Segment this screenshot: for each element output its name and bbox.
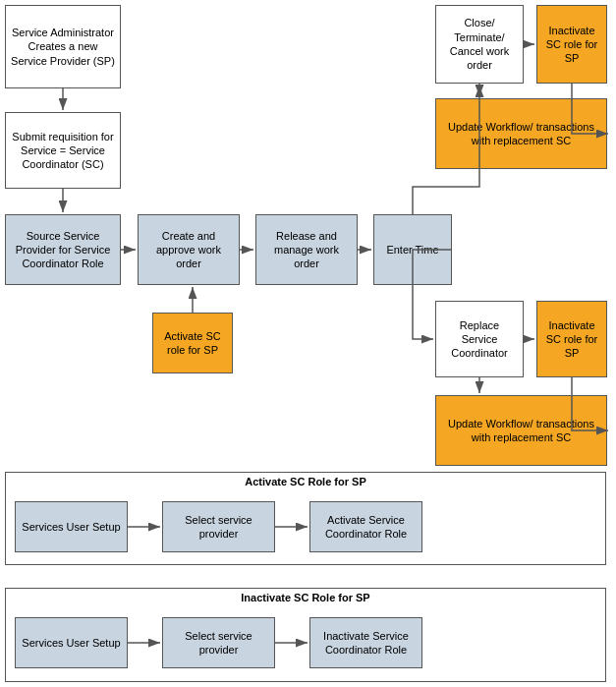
box-select-provider-1: Select service provider	[162, 501, 275, 552]
box-select-provider-2: Select service provider	[162, 617, 275, 668]
box-update-workflow-top: Update Workflow/ transactions with repla…	[435, 98, 607, 169]
box-inactivate-sc-right: Inactivate SC role for SP	[536, 301, 607, 377]
box-inactivate-coordinator: Inactivate Service Coordinator Role	[309, 617, 422, 668]
box-source-service: Source Service Provider for Service Coor…	[5, 214, 121, 285]
box-services-user-setup-1: Services User Setup	[15, 501, 128, 552]
box-release-manage: Release and manage work order	[255, 214, 358, 285]
diagram-container: Activate SC Role for SP Inactivate SC Ro…	[0, 0, 616, 687]
box-create-approve: Create and approve work order	[138, 214, 240, 285]
box-services-user-setup-2: Services User Setup	[15, 617, 128, 668]
section-inactivate-title: Inactivate SC Role for SP	[5, 592, 606, 603]
box-update-workflow-bottom: Update Workflow/ transactions with repla…	[435, 395, 607, 466]
box-activate-coordinator: Activate Service Coordinator Role	[309, 501, 422, 552]
box-close-terminate: Close/ Terminate/ Cancel work order	[435, 5, 524, 84]
section-activate-title: Activate SC Role for SP	[5, 476, 606, 487]
box-replace-sc: Replace Service Coordinator	[435, 301, 524, 377]
box-submit-requisition: Submit requisition for Service = Service…	[5, 112, 121, 189]
box-enter-time: Enter Time	[373, 214, 452, 285]
box-activate-sc: Activate SC role for SP	[152, 313, 233, 373]
box-inactivate-sc-top: Inactivate SC role for SP	[536, 5, 607, 84]
box-service-admin: Service Administrator Creates a new Serv…	[5, 5, 121, 88]
